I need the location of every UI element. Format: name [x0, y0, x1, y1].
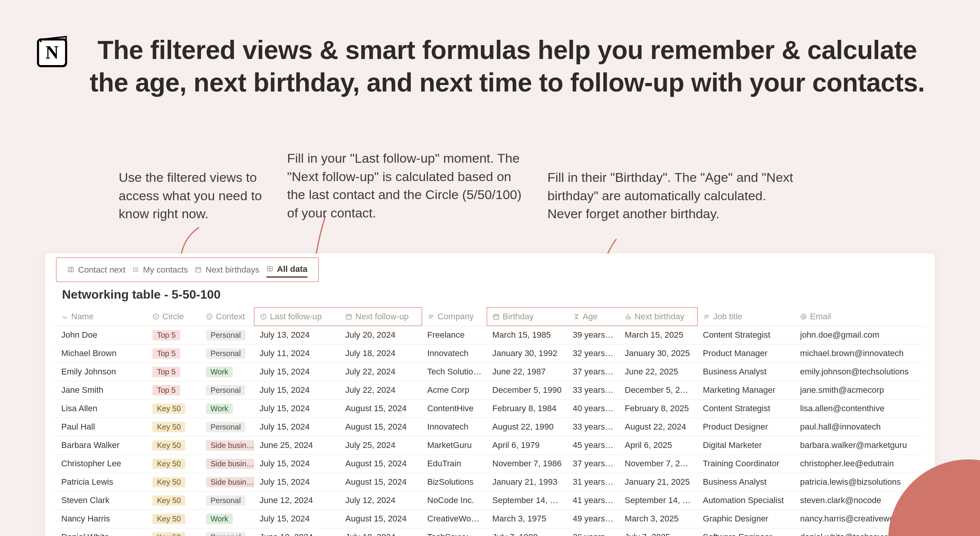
cell-circle[interactable]: Key 50: [147, 473, 201, 491]
cell-next_fu[interactable]: July 25, 2024: [340, 436, 422, 454]
cell-name[interactable]: Michael Brown: [56, 344, 147, 363]
table-row[interactable]: John DoeTop 5PersonalJuly 13, 2024July 2…: [56, 326, 924, 344]
cell-context[interactable]: Personal: [201, 418, 254, 436]
column-header-email[interactable]: Email: [795, 307, 924, 326]
cell-birthday[interactable]: September 14, 1982: [487, 491, 567, 510]
table-row[interactable]: Lisa AllenKey 50WorkJuly 15, 2024August …: [56, 399, 924, 418]
cell-company[interactable]: Acme Corp: [422, 381, 487, 399]
cell-age[interactable]: 31 years 🎂: [567, 473, 619, 491]
cell-name[interactable]: Daniel White: [56, 528, 147, 536]
cell-age[interactable]: 49 years 🎂: [567, 510, 619, 528]
cell-circle[interactable]: Top 5: [147, 326, 201, 344]
column-header-company[interactable]: Company: [422, 307, 487, 326]
cell-last_fu[interactable]: June 10, 2024: [254, 528, 340, 536]
cell-next_fu[interactable]: August 15, 2024: [340, 510, 422, 528]
cell-context[interactable]: Work: [201, 510, 254, 528]
cell-job[interactable]: Product Designer: [697, 418, 795, 436]
cell-next_fu[interactable]: July 20, 2024: [340, 326, 422, 344]
cell-next_bday[interactable]: July 7, 2025: [619, 528, 697, 536]
tab-my-contacts[interactable]: My contacts: [132, 264, 188, 278]
column-header-context[interactable]: Context: [201, 307, 254, 326]
cell-name[interactable]: Lisa Allen: [56, 399, 147, 418]
tab-all-data[interactable]: All data: [266, 264, 307, 278]
cell-age[interactable]: 45 years 🎂: [567, 436, 619, 454]
cell-company[interactable]: ContentHive: [422, 399, 487, 418]
cell-age[interactable]: 39 years 🎂: [567, 326, 619, 344]
cell-next_fu[interactable]: August 15, 2024: [340, 399, 422, 418]
cell-last_fu[interactable]: July 15, 2024: [254, 418, 340, 436]
cell-next_bday[interactable]: June 22, 2025: [619, 363, 697, 381]
table-row[interactable]: Barbara WalkerKey 50Side busin…June 25, …: [56, 436, 924, 454]
cell-age[interactable]: 33 years 🎂: [567, 418, 619, 436]
cell-next_fu[interactable]: July 18, 2024: [340, 344, 422, 363]
column-header-next_bday[interactable]: Next birthday: [619, 307, 697, 326]
cell-name[interactable]: Steven Clark: [56, 491, 147, 510]
cell-circle[interactable]: Top 5: [147, 381, 201, 399]
cell-last_fu[interactable]: July 15, 2024: [254, 510, 340, 528]
tab-contact-next[interactable]: Contact next: [67, 264, 126, 278]
table-row[interactable]: Nancy HarrisKey 50WorkJuly 15, 2024Augus…: [56, 510, 924, 528]
cell-circle[interactable]: Key 50: [147, 491, 201, 510]
column-header-name[interactable]: AaName: [56, 307, 147, 326]
cell-next_bday[interactable]: January 21, 2025: [619, 473, 697, 491]
cell-age[interactable]: 37 years 🎂: [567, 454, 619, 473]
cell-company[interactable]: NoCode Inc.: [422, 491, 487, 510]
cell-next_bday[interactable]: August 22, 2024: [619, 418, 697, 436]
cell-email[interactable]: emily.johnson@techsolutions: [795, 363, 924, 381]
cell-context[interactable]: Personal: [201, 326, 254, 344]
column-header-next_fu[interactable]: Next follow-up: [340, 307, 422, 326]
cell-last_fu[interactable]: July 15, 2024: [254, 363, 340, 381]
cell-name[interactable]: Barbara Walker: [56, 436, 147, 454]
cell-email[interactable]: barbara.walker@marketguru: [795, 436, 924, 454]
cell-name[interactable]: Nancy Harris: [56, 510, 147, 528]
cell-age[interactable]: 36 years 🎂: [567, 528, 619, 536]
table-row[interactable]: Emily JohnsonTop 5WorkJuly 15, 2024July …: [56, 363, 924, 381]
cell-next_fu[interactable]: July 22, 2024: [340, 363, 422, 381]
cell-context[interactable]: Side busin…: [201, 473, 254, 491]
cell-job[interactable]: Business Analyst: [697, 473, 795, 491]
cell-last_fu[interactable]: June 12, 2024: [254, 491, 340, 510]
cell-company[interactable]: BizSolutions: [422, 473, 487, 491]
cell-age[interactable]: 37 years 🎂: [567, 363, 619, 381]
cell-birthday[interactable]: August 22, 1990: [487, 418, 567, 436]
cell-company[interactable]: Freelance: [422, 326, 487, 344]
cell-context[interactable]: Work: [201, 363, 254, 381]
cell-last_fu[interactable]: July 15, 2024: [254, 473, 340, 491]
cell-birthday[interactable]: July 7, 1988: [487, 528, 567, 536]
cell-next_bday[interactable]: March 15, 2025: [619, 326, 697, 344]
cell-age[interactable]: 41 years 🎂: [567, 491, 619, 510]
cell-birthday[interactable]: January 30, 1992: [487, 344, 567, 363]
cell-name[interactable]: Patricia Lewis: [56, 473, 147, 491]
cell-circle[interactable]: Top 5: [147, 344, 201, 363]
table-row[interactable]: Steven ClarkKey 50PersonalJune 12, 2024J…: [56, 491, 924, 510]
cell-job[interactable]: Product Manager: [697, 344, 795, 363]
cell-company[interactable]: TechSavvy: [422, 528, 487, 536]
cell-next_fu[interactable]: July 12, 2024: [340, 491, 422, 510]
column-header-birthday[interactable]: Birthday: [487, 307, 567, 326]
cell-last_fu[interactable]: July 11, 2024: [254, 344, 340, 363]
cell-job[interactable]: Software Engineer: [697, 528, 795, 536]
cell-last_fu[interactable]: July 15, 2024: [254, 381, 340, 399]
cell-next_bday[interactable]: November 7, 2024: [619, 454, 697, 473]
cell-context[interactable]: Side busin…: [201, 454, 254, 473]
cell-context[interactable]: Side busin…: [201, 436, 254, 454]
cell-company[interactable]: CreativeWorks: [422, 510, 487, 528]
cell-email[interactable]: michael.brown@innovatech: [795, 344, 924, 363]
cell-birthday[interactable]: November 7, 1986: [487, 454, 567, 473]
cell-context[interactable]: Personal: [201, 491, 254, 510]
cell-job[interactable]: Marketing Manager: [697, 381, 795, 399]
cell-last_fu[interactable]: July 13, 2024: [254, 326, 340, 344]
cell-birthday[interactable]: April 6, 1979: [487, 436, 567, 454]
cell-next_fu[interactable]: July 10, 2024: [340, 528, 422, 536]
cell-age[interactable]: 32 years 🎂: [567, 344, 619, 363]
cell-company[interactable]: Innovatech: [422, 418, 487, 436]
table-row[interactable]: Christopher LeeKey 50Side busin…July 15,…: [56, 454, 924, 473]
cell-age[interactable]: 40 years 🎂: [567, 399, 619, 418]
cell-job[interactable]: Automation Specialist: [697, 491, 795, 510]
cell-job[interactable]: Training Coordinator: [697, 454, 795, 473]
column-header-age[interactable]: Age: [567, 307, 619, 326]
cell-age[interactable]: 33 years 🎂: [567, 381, 619, 399]
table-row[interactable]: Patricia LewisKey 50Side busin…July 15, …: [56, 473, 924, 491]
column-header-circle[interactable]: Circle: [147, 307, 201, 326]
tab-next-birthdays[interactable]: Next birthdays: [195, 264, 260, 278]
